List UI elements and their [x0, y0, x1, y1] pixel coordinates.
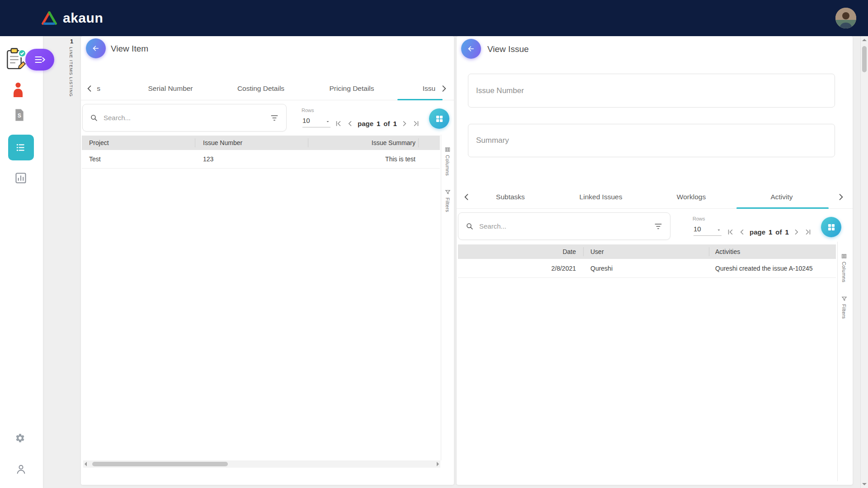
table-row[interactable]: 2/8/2021 Qureshi Qureshi created the iss…: [458, 259, 836, 278]
first-page-button[interactable]: [334, 119, 343, 128]
tabs-scroll-right-button[interactable]: [836, 192, 845, 202]
search-box: [82, 104, 287, 131]
table-header: Date User Activities: [458, 244, 836, 259]
sidebar-item-reports[interactable]: [14, 172, 27, 184]
back-button[interactable]: [86, 38, 106, 58]
rows-value: 10: [693, 225, 701, 233]
last-page-button[interactable]: [804, 228, 812, 236]
prev-page-button[interactable]: [738, 228, 746, 236]
tab-costing-details[interactable]: Costing Details: [237, 84, 284, 93]
columns-label: Columns: [445, 155, 450, 176]
tab-pricing-details[interactable]: Pricing Details: [329, 84, 374, 93]
profile-button[interactable]: [15, 463, 27, 476]
layout-grid-button[interactable]: [429, 108, 449, 129]
column-divider: [308, 138, 308, 147]
cell-date: 2/8/2021: [458, 265, 576, 272]
bar-chart-icon: [14, 172, 27, 184]
tabs-scroll-left-button[interactable]: [85, 84, 94, 93]
filters-label: Filters: [841, 304, 847, 319]
rows-label: Rows: [693, 216, 705, 221]
list-menu-icon: [15, 141, 27, 154]
scroll-left-arrow[interactable]: [85, 462, 87, 466]
sidebar-item-red-module[interactable]: [11, 81, 25, 99]
tab-issues-active[interactable]: Issu: [423, 84, 435, 93]
column-header-issue-number: Issue Number: [203, 139, 242, 146]
caret-down-icon: [716, 227, 722, 233]
clipboard-illustration-icon: [3, 47, 28, 73]
logo[interactable]: akaun: [41, 0, 103, 36]
rows-per-page-select[interactable]: 10: [693, 225, 722, 236]
summary-field[interactable]: Summary: [468, 124, 835, 157]
tab-partial[interactable]: s: [97, 84, 100, 93]
next-page-button[interactable]: [792, 228, 801, 236]
last-page-button[interactable]: [412, 119, 420, 128]
filters-toggle[interactable]: Filters: [445, 189, 451, 212]
filter-button[interactable]: [654, 222, 663, 231]
of-word: of: [383, 120, 390, 127]
page-scrollbar[interactable]: [860, 36, 868, 488]
sidebar-item-s-document[interactable]: S: [14, 108, 25, 122]
svg-text:S: S: [18, 113, 21, 119]
tab-linked-issues[interactable]: Linked Issues: [580, 193, 623, 201]
filter-button[interactable]: [270, 113, 279, 122]
arrow-left-icon: [467, 44, 476, 53]
table-header: Project Issue Number Issue Summary: [82, 136, 440, 150]
tab-serial-number[interactable]: Serial Number: [148, 84, 193, 93]
tab-subtasks[interactable]: Subtasks: [496, 193, 525, 201]
columns-icon: [841, 253, 847, 259]
rail-divider: [441, 135, 441, 460]
tab-activity-active[interactable]: Activity: [770, 193, 793, 201]
columns-toggle[interactable]: Columns: [444, 146, 451, 176]
prev-page-button[interactable]: [346, 119, 354, 128]
sidebar: S: [0, 36, 43, 488]
settings-button[interactable]: [15, 433, 25, 443]
gear-icon: [15, 433, 25, 443]
chevron-right-icon: [439, 84, 448, 93]
rows-per-page-select[interactable]: 10: [302, 117, 330, 127]
column-header-project: Project: [89, 139, 109, 146]
scroll-right-arrow[interactable]: [437, 462, 439, 466]
search-input[interactable]: [103, 113, 270, 122]
table-row[interactable]: Test 123 This is test: [82, 150, 440, 169]
horizontal-scrollbar[interactable]: [83, 460, 440, 468]
scroll-up-arrow[interactable]: [862, 39, 867, 41]
view-item-panel: View Item s Serial Number Costing Detail…: [81, 36, 454, 485]
page-scrollbar-thumb[interactable]: [862, 46, 867, 72]
logo-triangle-icon: [41, 10, 58, 26]
sidebar-item-line-items-active[interactable]: [8, 135, 34, 160]
filters-toggle[interactable]: Filters: [841, 296, 847, 319]
search-input[interactable]: [478, 222, 654, 230]
columns-toggle[interactable]: Columns: [841, 253, 847, 282]
tabs-scroll-left-button[interactable]: [462, 192, 471, 202]
caret-down-icon: [325, 119, 330, 124]
tab-bar: s Serial Number Costing Details Pricing …: [81, 77, 454, 100]
s-document-icon: S: [14, 108, 25, 122]
back-button[interactable]: [461, 39, 481, 59]
page-word: page: [358, 120, 373, 127]
chevron-left-icon: [738, 228, 746, 236]
person-outline-icon: [15, 463, 27, 476]
scroll-down-arrow[interactable]: [862, 483, 867, 485]
layout-grid-button[interactable]: [821, 217, 841, 237]
logo-text: akaun: [63, 10, 103, 26]
line-items-count: 1: [70, 38, 73, 45]
tabs-scroll-right-button[interactable]: [439, 84, 448, 93]
horizontal-scrollbar-thumb[interactable]: [92, 462, 228, 466]
line-items-listing-label: LINE ITEMS LISTING: [69, 47, 74, 97]
active-tab-indicator: [736, 207, 829, 209]
user-avatar[interactable]: [835, 8, 856, 28]
grid-icon: [435, 114, 444, 123]
first-page-button[interactable]: [726, 228, 735, 236]
column-header-date: Date: [458, 248, 576, 255]
chevron-left-icon: [346, 119, 354, 128]
issue-number-field[interactable]: Issue Number: [468, 74, 835, 108]
last-page-icon: [804, 228, 812, 236]
next-page-button[interactable]: [400, 119, 409, 128]
chevron-right-icon: [792, 228, 801, 236]
tab-worklogs[interactable]: Worklogs: [677, 193, 706, 201]
column-header-user: User: [590, 248, 604, 255]
menu-toggle-button[interactable]: [25, 49, 54, 70]
pagination: page 1 of 1: [334, 119, 420, 128]
first-page-icon: [334, 119, 343, 128]
cell-issue-summary: This is test: [276, 155, 415, 163]
